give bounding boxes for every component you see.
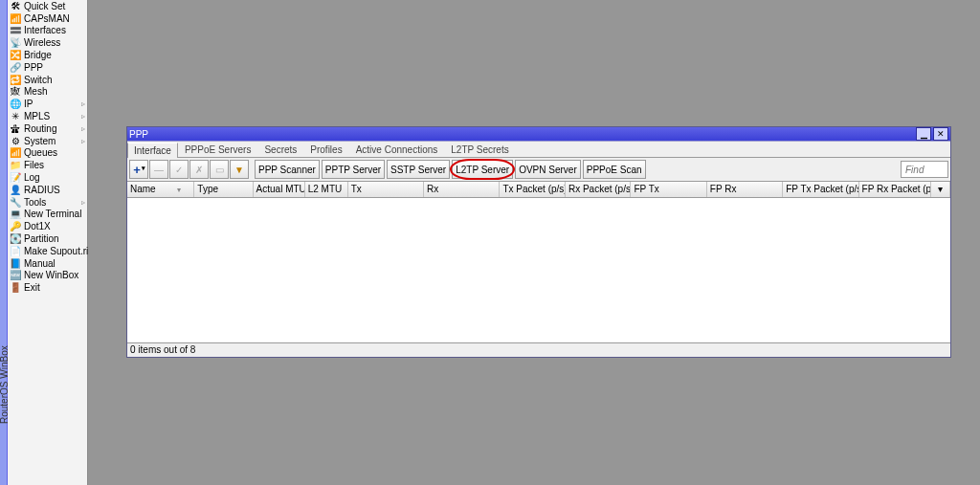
sidebar-label: CAPsMAN: [24, 13, 70, 24]
sidebar-item-partition[interactable]: 💽Partition: [8, 232, 87, 245]
pppoe-scan-button[interactable]: PPPoE Scan: [583, 160, 646, 179]
sidebar-item-interfaces[interactable]: 🟰Interfaces: [8, 25, 87, 37]
sidebar-item-quick-set[interactable]: 🛠Quick Set: [8, 0, 87, 12]
l2tp-server-button[interactable]: L2TP Server: [452, 160, 513, 179]
minimize-icon[interactable]: ▁: [916, 127, 931, 141]
ppp-toolbar: + — ✓ ✗ ▭ ▼ PPP ScannerPPTP ServerSSTP S…: [127, 158, 950, 182]
sidebar-icon: 🆕: [10, 270, 21, 281]
sidebar-item-tools[interactable]: 🔧Tools▹: [8, 196, 87, 209]
sidebar-item-radius[interactable]: 👤RADIUS: [8, 184, 87, 196]
column-type[interactable]: Type: [194, 182, 253, 197]
submenu-arrow-icon: ▹: [81, 137, 85, 145]
column-rx[interactable]: Rx: [424, 182, 500, 197]
column-fp-rx-packet-p-s-[interactable]: FP Rx Packet (p/s): [859, 182, 932, 197]
column-tx-packet-p-s-[interactable]: Tx Packet (p/s): [500, 182, 566, 197]
remove-button[interactable]: —: [149, 160, 168, 179]
sidebar-item-dot1x[interactable]: 🔑Dot1X: [8, 220, 87, 232]
sidebar-label: Quick Set: [24, 1, 65, 11]
sidebar-label: Files: [24, 160, 44, 170]
column-name[interactable]: Name: [127, 182, 194, 197]
sidebar-item-ppp[interactable]: 🔗PPP: [8, 61, 87, 74]
sidebar-item-ip[interactable]: 🌐IP▹: [8, 98, 87, 110]
sidebar-icon: 🕸: [10, 86, 21, 98]
column-l2-mtu[interactable]: L2 MTU: [305, 182, 348, 197]
sidebar-label: Routing: [24, 123, 56, 134]
desktop: PPP ▁ ✕ InterfacePPPoE ServersSecretsPro…: [88, 0, 980, 485]
sidebar-item-new-terminal[interactable]: 💻New Terminal: [8, 209, 87, 221]
sstp-server-button[interactable]: SSTP Server: [387, 160, 450, 179]
tab-interface[interactable]: Interface: [127, 143, 178, 158]
column-fp-rx[interactable]: FP Rx: [707, 182, 783, 197]
sidebar-label: IP: [24, 99, 33, 109]
sidebar-item-bridge[interactable]: 🔀Bridge: [8, 49, 87, 61]
column-fp-tx-packet-p-s-[interactable]: FP Tx Packet (p/s): [783, 182, 858, 197]
app-title: RouterOS WinBox: [0, 345, 10, 424]
sidebar-label: New Terminal: [24, 209, 81, 219]
add-button[interactable]: +: [129, 160, 148, 179]
tab-secrets[interactable]: Secrets: [257, 142, 303, 157]
sidebar-item-manual[interactable]: 📘Manual: [8, 257, 87, 270]
table-header: NameTypeActual MTUL2 MTUTxRxTx Packet (p…: [127, 182, 950, 198]
disable-button[interactable]: ✗: [189, 160, 209, 179]
sidebar-item-wireless[interactable]: 📡Wireless: [8, 36, 87, 49]
sidebar-item-exit[interactable]: 🚪Exit: [8, 281, 87, 294]
column-fp-tx[interactable]: FP Tx: [631, 182, 706, 197]
enable-button[interactable]: ✓: [169, 160, 189, 179]
sidebar-item-mesh[interactable]: 🕸Mesh: [8, 86, 87, 99]
column-actual-mtu[interactable]: Actual MTU: [254, 182, 305, 197]
sidebar-item-new-winbox[interactable]: 🆕New WinBox: [8, 270, 87, 282]
column-tx[interactable]: Tx: [348, 182, 424, 197]
sidebar-icon: 📄: [10, 245, 21, 256]
sidebar-item-queues[interactable]: 📶Queues: [8, 147, 87, 160]
close-icon[interactable]: ✕: [933, 127, 948, 141]
tab-pppoe-servers[interactable]: PPPoE Servers: [178, 142, 257, 157]
window-title: PPP: [129, 129, 148, 140]
column-rx-packet-p-s-[interactable]: Rx Packet (p/s): [566, 182, 632, 197]
find-input[interactable]: [901, 161, 948, 178]
ovpn-server-button[interactable]: OVPN Server: [515, 160, 581, 179]
comment-button[interactable]: ▭: [210, 160, 229, 179]
sidebar-icon: 🛣: [10, 122, 21, 134]
pptp-server-button[interactable]: PPTP Server: [322, 160, 385, 179]
sidebar-icon: ⚙: [10, 135, 21, 146]
sidebar-item-capsman[interactable]: 📶CAPsMAN: [8, 12, 87, 25]
sidebar-icon: 🔁: [10, 74, 21, 85]
sidebar-icon: 🚪: [10, 282, 21, 294]
sidebar-icon: ✳: [10, 111, 21, 122]
sidebar-item-routing[interactable]: 🛣Routing▹: [8, 122, 87, 135]
sidebar-label: Manual: [24, 258, 56, 269]
sidebar-label: PPP: [24, 62, 43, 73]
sidebar-item-make-supout-rif[interactable]: 📄Make Supout.rif: [8, 245, 87, 257]
ppp-scanner-button[interactable]: PPP Scanner: [255, 160, 320, 179]
sidebar-label: Interfaces: [24, 25, 66, 35]
tab-l2tp-secrets[interactable]: L2TP Secrets: [444, 142, 515, 157]
sidebar-label: Bridge: [24, 50, 52, 60]
tab-profiles[interactable]: Profiles: [303, 142, 348, 157]
sidebar-icon: 🔀: [10, 50, 21, 61]
sidebar-item-system[interactable]: ⚙System▹: [8, 135, 87, 147]
sidebar-label: MPLS: [24, 111, 50, 121]
sidebar-label: Exit: [24, 282, 40, 293]
sidebar-icon: 📶: [10, 147, 21, 159]
sidebar-icon: 🔧: [10, 196, 21, 208]
sidebar-label: Wireless: [24, 37, 60, 48]
sidebar-icon: 👤: [10, 184, 21, 195]
sidebar-label: RADIUS: [24, 185, 60, 195]
sidebar-label: Dot1X: [24, 221, 51, 231]
window-titlebar[interactable]: PPP ▁ ✕: [127, 127, 950, 141]
tab-active-connections[interactable]: Active Connections: [349, 142, 445, 157]
sidebar-icon: 📝: [10, 172, 21, 184]
filter-icon[interactable]: ▼: [230, 160, 249, 179]
sidebar-icon: 📶: [10, 12, 21, 24]
sidebar: RouterOS WinBox 🛠Quick Set📶CAPsMAN🟰Inter…: [8, 0, 88, 485]
sidebar-item-switch[interactable]: 🔁Switch: [8, 74, 87, 86]
submenu-arrow-icon: ▹: [81, 112, 85, 121]
sidebar-icon: 🌐: [10, 99, 21, 110]
sidebar-item-files[interactable]: 📁Files: [8, 159, 87, 171]
sidebar-item-mpls[interactable]: ✳MPLS▹: [8, 110, 87, 122]
sidebar-item-log[interactable]: 📝Log: [8, 171, 87, 184]
sidebar-icon: 🛠: [10, 0, 21, 11]
column-picker-icon[interactable]: ▾: [931, 182, 950, 197]
sidebar-label: Partition: [24, 233, 59, 244]
sidebar-label: Queues: [24, 147, 57, 158]
